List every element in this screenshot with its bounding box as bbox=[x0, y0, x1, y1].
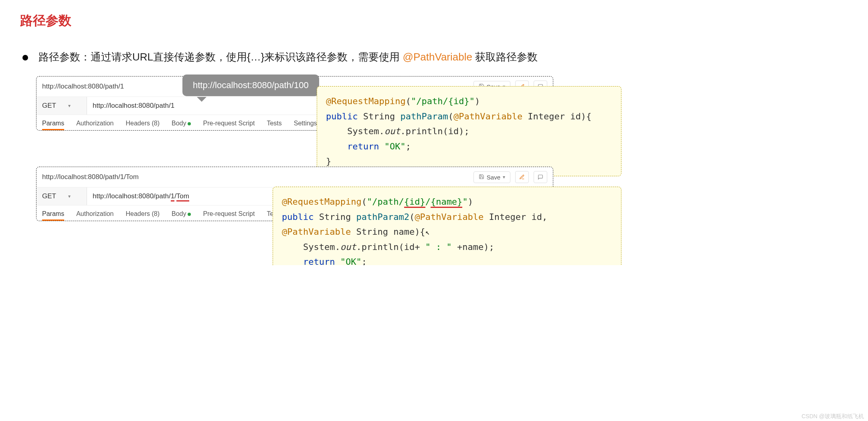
tab-headers[interactable]: Headers (8) bbox=[126, 210, 160, 218]
tab-body[interactable]: Body bbox=[172, 120, 191, 127]
bullet-dot-icon bbox=[22, 55, 28, 60]
chevron-down-icon: ▾ bbox=[503, 174, 505, 180]
comment-button[interactable] bbox=[534, 171, 547, 183]
url-input[interactable]: http://localhost:8080/path/1/Tom bbox=[87, 187, 195, 205]
code-snippet-2: @RequestMapping("/path/{id}/{name}") pub… bbox=[273, 187, 621, 265]
bullet-annotation: @PathVariable bbox=[403, 51, 472, 63]
tab-headers[interactable]: Headers (8) bbox=[126, 120, 160, 127]
chevron-down-icon: ▾ bbox=[68, 193, 71, 199]
tab-settings[interactable]: Settings bbox=[294, 120, 317, 127]
save-icon bbox=[479, 174, 484, 181]
method-select[interactable]: GET ▾ bbox=[36, 97, 87, 115]
body-indicator-icon bbox=[188, 213, 191, 216]
tab-tests[interactable]: Tests bbox=[267, 120, 281, 127]
tab-body[interactable]: Body bbox=[172, 210, 191, 218]
method-label: GET bbox=[42, 102, 56, 110]
bullet-prefix: 路径参数：通过请求URL直接传递参数，使用{…}来标识该路径参数，需要使用 bbox=[38, 51, 403, 63]
tab-authorization[interactable]: Authorization bbox=[76, 210, 113, 218]
edit-button[interactable] bbox=[515, 171, 529, 183]
example-1: http://localhost:8080/path/1 Save ▾ bbox=[36, 76, 848, 131]
save-label: Save bbox=[487, 174, 500, 181]
bullet-suffix: 获取路径参数 bbox=[472, 51, 538, 63]
cursor-icon: ↖ bbox=[425, 228, 430, 236]
chevron-down-icon: ▾ bbox=[68, 103, 71, 109]
save-button[interactable]: Save ▾ bbox=[473, 171, 510, 183]
tab-prerequest[interactable]: Pre-request Script bbox=[203, 210, 255, 218]
code-snippet-1: @RequestMapping("/path/{id}") public Str… bbox=[317, 86, 621, 176]
tab-params[interactable]: Params bbox=[42, 120, 64, 127]
request-title: http://localhost:8080/path/1/Tom bbox=[42, 173, 139, 181]
example-2: http://localhost:8080/path/1/Tom Save ▾ bbox=[36, 167, 848, 221]
tooltip: http://localhost:8080/path/100 bbox=[182, 75, 319, 96]
request-title: http://localhost:8080/path/1 bbox=[42, 83, 124, 91]
bullet-point: 路径参数：通过请求URL直接传递参数，使用{…}来标识该路径参数，需要使用 @P… bbox=[22, 50, 848, 64]
body-indicator-icon bbox=[188, 122, 191, 125]
tab-params[interactable]: Params bbox=[42, 210, 64, 218]
url-input[interactable]: http://localhost:8080/path/1 bbox=[87, 97, 180, 115]
tab-authorization[interactable]: Authorization bbox=[76, 120, 113, 127]
method-select[interactable]: GET ▾ bbox=[36, 187, 87, 205]
page-title: 路径参数 bbox=[20, 12, 848, 30]
tab-prerequest[interactable]: Pre-request Script bbox=[203, 120, 255, 127]
method-label: GET bbox=[42, 192, 56, 200]
